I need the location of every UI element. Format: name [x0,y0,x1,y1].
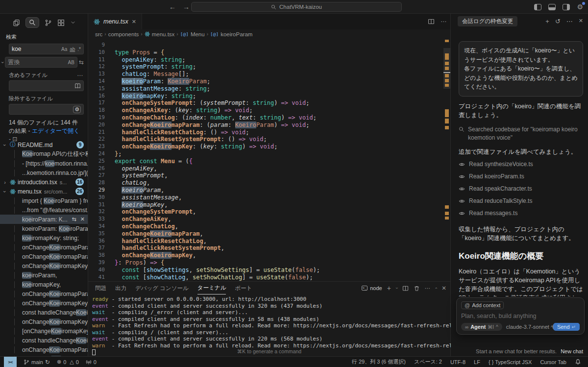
toggle-left-sidebar-icon[interactable] [534,4,541,10]
user-message[interactable]: 現在、ボイスの生成AIに「koeiro〜」というサービスが使用されています。 各… [459,41,583,97]
tree-chevron-icon[interactable]: › [2,188,8,196]
bell-icon[interactable] [575,359,581,365]
tab-menu-tsx[interactable]: menu.tsx ✕ [88,14,142,29]
new-chat-button[interactable]: New chat [561,348,583,354]
tree-chevron-icon[interactable]: › [2,141,8,149]
code-line[interactable]: 24}; [88,150,450,158]
result-match-row[interactable]: - [https://koemotion.rinna... [0,159,88,168]
result-match-row[interactable]: onChangeKoeiromapPara... [0,345,88,354]
cursor-tab-toggle[interactable]: Cursor Tab [540,359,566,365]
close-panel-icon[interactable]: ✕ [441,285,446,292]
result-file-row[interactable]: ›ⓘREADME.md9 [0,140,88,149]
code-line[interactable]: 31 koeiromapKey, [88,201,450,209]
dismiss-match-icon[interactable]: ✕ [80,216,85,222]
result-match-row[interactable]: onChangeKoeiromapKey: ... [0,261,88,270]
code-line[interactable]: 13 chatLog: Message[]; [88,71,450,78]
panel-tab-1[interactable]: 出力 [115,282,126,294]
breadcrumb-item[interactable]: components [108,31,139,37]
search-view-icon[interactable] [25,17,39,28]
settings-gear-icon[interactable]: ⚙ [577,3,583,11]
open-editors-icon[interactable] [74,83,81,89]
code-line[interactable]: 14 koeiroParam: KoeiroParam; [88,78,450,85]
agent-mode-selector[interactable]: ∞ Agent ⌘I ^ [461,323,502,331]
chat-input-placeholder[interactable]: Plan, search, build anything [461,313,580,319]
code-line[interactable]: 20 onChangeKoeiromapParam: (param: Koeir… [88,122,450,129]
files-exclude-input[interactable]: ⚙ [9,104,84,115]
code-line[interactable]: 27 systemPrompt, [88,172,450,179]
whole-word-icon[interactable]: ab [70,47,75,52]
match-case-icon[interactable]: Aa [61,47,67,52]
extensions-icon[interactable] [57,19,65,26]
tool-call-read-file[interactable]: Read synthesizeVoice.ts [459,158,583,171]
replace-match-icon[interactable]: ⇆ [72,216,76,222]
code-line[interactable]: 35 onChangeKoeiromapParam, [88,230,450,238]
search-input[interactable]: koe Aa ab .* [9,44,84,54]
code-line[interactable]: 9 [88,42,450,49]
result-match-row[interactable]: koeiroParam: KoeiroParam; [0,224,88,233]
code-line[interactable]: 32 onChangeSystemPrompt, [88,208,450,216]
regex-icon[interactable]: .* [77,47,81,52]
result-match-row[interactable]: ...koemotion.rinna.co.jp/](... [0,168,88,177]
terminal-output[interactable]: ready - started server on 0.0.0.0:3000, … [88,294,450,356]
breadcrumb-item[interactable]: koeiroParam [220,31,252,37]
chat-title-tab[interactable]: 会話ログの枠色変更 [458,16,517,26]
tool-call-read-file[interactable]: Read reduceTalkStyle.ts [459,195,583,207]
branch-indicator[interactable]: main ↻ [24,359,50,366]
result-match-row[interactable]: import { KoeiroParam } fro... [0,196,88,205]
ports-indicator[interactable]: 0 [86,359,97,365]
result-match-row[interactable]: onChangeKoeiromapKey, [0,298,88,308]
code-line[interactable]: 25export const Menu = ({ [88,158,450,165]
maximize-panel-icon[interactable]: › [434,288,439,289]
result-match-row[interactable]: const handleChangeKoeir... [0,336,88,345]
toggle-replace-icon[interactable]: › [0,61,5,63]
code-editor[interactable]: 910type Props = {11 openAiKey: string;12… [88,39,450,281]
nav-forward-icon[interactable]: → [183,3,190,11]
chevron-down-icon[interactable] [70,20,76,25]
tool-call-read-file[interactable]: Read speakCharacter.ts [459,183,583,195]
breadcrumb-item[interactable]: menu.tsx [152,31,175,37]
chat-input-box[interactable]: @ Add context Plan, search, build anythi… [456,297,585,335]
terminal-dropdown-icon[interactable]: › [394,288,399,289]
result-match-row[interactable]: koeiroParam: K...⇆✕ [0,215,88,224]
result-match-row[interactable]: onChangeKoeiromapPara... [0,252,88,261]
code-line[interactable]: 17 onChangeSystemPrompt: (systemPrompt: … [88,99,450,107]
code-line[interactable]: 29 koeiroParam, [88,187,450,194]
code-line[interactable]: 12 systemPrompt: string; [88,63,450,71]
nav-back-icon[interactable]: ← [169,3,176,11]
result-match-row[interactable]: ...from "@/features/const... [0,205,88,215]
tab-close-icon[interactable]: ✕ [132,19,136,25]
code-line[interactable]: 28 chatLog, [88,179,450,187]
problems-indicator[interactable]: ⊗0 △0 [57,359,79,365]
code-line[interactable]: 10type Props = { [88,49,450,56]
model-selector[interactable]: claude-3.7-sonnet ^ [506,324,553,330]
eol[interactable]: LF [474,359,480,365]
result-match-row[interactable]: [onChangeKoeiromapKey] [0,326,88,336]
breadcrumb-item[interactable]: Menu [191,31,205,37]
encoding[interactable]: UTF-8 [450,359,466,365]
code-line[interactable]: 34 onChangeChatLog, [88,223,450,230]
code-line[interactable]: 36 handleClickResetChatLog, [88,238,450,245]
code-line[interactable]: 11 openAiKey: string; [88,56,450,64]
code-line[interactable]: 41 const [showChatLog, setShowChatLog] =… [88,274,450,281]
chat-history-icon[interactable]: ↺ [555,18,561,25]
result-file-row[interactable]: ›menu.tsxsrc/com...26 [0,187,88,196]
chat-close-icon[interactable]: ✕ [579,18,583,25]
code-line[interactable]: 22 handleClickResetSystemPrompt: () => v… [88,136,450,143]
new-terminal-icon[interactable]: + [387,284,391,292]
tree-chevron-icon[interactable]: › [1,179,9,185]
panel-more-icon[interactable]: ⋯ [425,285,431,292]
replace-all-icon[interactable]: ⇆ [79,59,84,66]
explorer-icon[interactable] [13,19,20,26]
replace-input[interactable]: 置換 AB [5,57,77,68]
tool-call-read-file[interactable]: Read koeiroParam.ts [459,171,583,183]
result-match-row[interactable]: onChangeKoeiromapPara... [0,289,88,298]
panel-tab-0[interactable]: 問題 [95,282,106,294]
chat-more-icon[interactable]: ⋯ [566,18,573,25]
indentation[interactable]: スペース: 2 [414,358,442,366]
code-line[interactable]: 15 assistantMessage: string; [88,85,450,93]
toggle-right-sidebar-icon[interactable] [563,4,570,10]
tool-call-search[interactable]: Searched codebase for "koeiromap koeiro … [459,125,583,142]
source-control-icon[interactable] [45,19,52,26]
panel-tab-2[interactable]: デバッグ コンソール [135,282,189,294]
code-line[interactable]: 16 koeiromapKey: string; [88,93,450,100]
